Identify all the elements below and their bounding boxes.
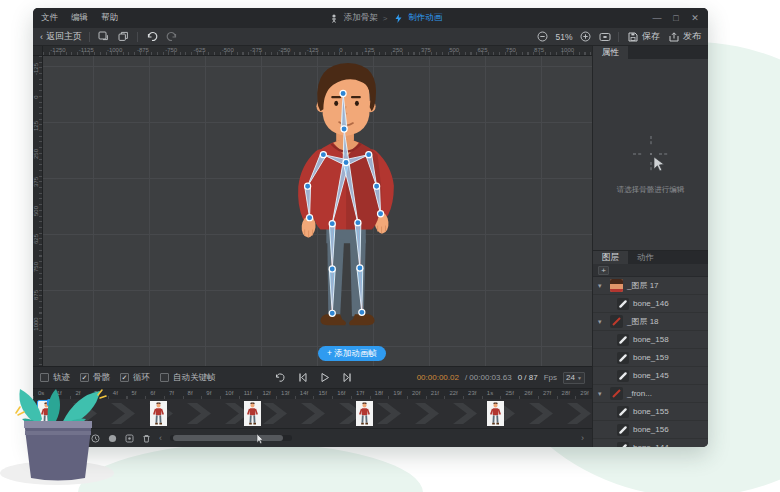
timecode-total: / 00:00:03.63 (465, 373, 512, 382)
zoom-in-icon[interactable] (579, 30, 592, 43)
zoom-out-icon[interactable] (536, 30, 549, 43)
layer-group-row[interactable]: ▾ _图层 18 (593, 313, 708, 331)
timeline-ruler[interactable]: 0s1f2f3f4f5f6f7f8f9f10f11f12f13f14f15f16… (33, 388, 592, 399)
previous-frame-icon[interactable] (297, 372, 308, 383)
collapse-arrow-icon[interactable]: ▾ (598, 318, 606, 326)
horizontal-ruler: -1250-1125-1000-875-750-625-500-375-250-… (43, 46, 592, 56)
fps-dropdown[interactable]: 24 ▼ (563, 372, 585, 384)
tab-layers[interactable]: 图层 (593, 251, 628, 264)
layer-bone-row[interactable]: bone_145 (593, 367, 708, 385)
toolbar-divider (618, 32, 619, 42)
timeline-tick-label: 23f (468, 390, 476, 396)
step-add-skeleton[interactable]: 添加骨架 (328, 12, 378, 25)
publish-button[interactable]: 发布 (667, 30, 701, 43)
timeline-tick-label: 27f (543, 390, 551, 396)
scroll-left-arrow[interactable]: ‹ (159, 433, 162, 443)
bone-joint[interactable] (305, 183, 311, 189)
stage-canvas[interactable]: + 添加动画帧 (43, 56, 592, 366)
keyframe-thumbnail-frame-11[interactable] (244, 401, 261, 426)
bone-joint[interactable] (320, 152, 326, 158)
bone-joint[interactable] (357, 265, 363, 271)
layer-bone-row[interactable]: bone_144 (593, 439, 708, 447)
layer-group-row[interactable]: ▾ _fron... (593, 385, 708, 403)
timeline-scrollbar[interactable] (170, 435, 292, 441)
restart-icon[interactable] (274, 372, 285, 383)
trash-icon[interactable] (142, 434, 151, 443)
ruler-tick-label: 250 (393, 47, 403, 53)
maximize-button[interactable]: □ (671, 13, 681, 23)
bone-joint[interactable] (359, 309, 365, 315)
layers-list: ▾_图层 17 bone_146▾ _图层 18 bone_158 bone_1… (593, 277, 708, 447)
bone-joint[interactable] (307, 215, 313, 221)
menu-edit[interactable]: 编辑 (71, 12, 88, 24)
layer-bone-row[interactable]: bone_146 (593, 295, 708, 313)
ruler-tick-label: -375 (250, 47, 262, 53)
layer-bone-row[interactable]: bone_155 (593, 403, 708, 421)
scroll-right-arrow[interactable]: › (581, 433, 584, 443)
keyframe-thumbnail-frame-24[interactable] (487, 401, 504, 426)
collapse-arrow-icon[interactable]: ▾ (598, 282, 606, 290)
ruler-tick-label: -500 (222, 47, 234, 53)
keyframe-track[interactable] (33, 399, 592, 428)
layer-label: bone_146 (633, 299, 669, 308)
bone-joint[interactable] (341, 126, 347, 132)
layer-label: _图层 18 (627, 316, 659, 327)
add-animation-frame-button[interactable]: + 添加动画帧 (318, 346, 386, 361)
layer-label: bone_145 (633, 371, 669, 380)
close-button[interactable]: ✕ (690, 13, 700, 23)
minimize-button[interactable]: — (652, 13, 662, 23)
play-icon[interactable] (320, 372, 330, 383)
snapshot-icon[interactable] (125, 434, 134, 443)
bone-joint[interactable] (355, 220, 361, 226)
bone-joint[interactable] (329, 221, 335, 227)
bone-joint[interactable] (329, 310, 335, 316)
fit-screen-icon[interactable] (598, 30, 611, 43)
toggle-自动关键帧[interactable]: 自动关键帧 (160, 372, 216, 384)
menu-help[interactable]: 帮助 (101, 12, 118, 24)
ruler-tick-label: -125 (307, 47, 319, 53)
ruler-tick-label: 750 (506, 47, 516, 53)
keyframe-thumbnail-frame-17[interactable] (356, 401, 373, 426)
bone-joint[interactable] (366, 152, 372, 158)
bone-joint[interactable] (329, 266, 335, 272)
rigged-character[interactable] (270, 60, 430, 336)
toggle-label: 循环 (133, 372, 150, 384)
timeline-tick-label: 16f (337, 390, 345, 396)
layer-bone-row[interactable]: bone_159 (593, 349, 708, 367)
back-home-label: 返回主页 (46, 30, 82, 43)
checkbox-unchecked[interactable] (160, 373, 169, 382)
undo-icon[interactable] (145, 30, 158, 43)
timeline-tick-label: 22f (449, 390, 457, 396)
save-button[interactable]: 保存 (626, 30, 660, 43)
keyframe-thumbnail-frame-6[interactable] (150, 401, 167, 426)
toggle-循环[interactable]: ✓循环 (120, 372, 150, 384)
tab-actions[interactable]: 动作 (628, 251, 663, 264)
tab-properties[interactable]: 属性 (593, 46, 628, 59)
chevron-decoration (567, 403, 591, 424)
step-add-skeleton-label: 添加骨架 (344, 12, 378, 24)
redo-icon[interactable] (165, 30, 178, 43)
collapse-arrow-icon[interactable]: ▾ (598, 390, 606, 398)
scrollbar-thumb[interactable] (173, 435, 283, 441)
bone-joint[interactable] (343, 159, 349, 165)
duplicate-icon[interactable] (117, 30, 130, 43)
app-window: 文件 编辑 帮助 添加骨架 > 制作动画 — □ ✕ (33, 8, 708, 447)
layer-group-row[interactable]: ▾_图层 17 (593, 277, 708, 295)
layer-bone-row[interactable]: bone_156 (593, 421, 708, 439)
timeline-tick-label: 5f (132, 390, 137, 396)
step-make-animation[interactable]: 制作动画 (392, 12, 442, 25)
timeline-tick-label: 10f (225, 390, 233, 396)
copy-frame-icon[interactable] (97, 30, 110, 43)
layer-bone-row[interactable]: bone_158 (593, 331, 708, 349)
menu-file[interactable]: 文件 (41, 12, 58, 24)
add-layer-button[interactable]: + (598, 266, 609, 275)
layer-label: _fron... (627, 389, 652, 398)
next-frame-icon[interactable] (342, 372, 353, 383)
ruler-tick-label: 625 (33, 232, 39, 246)
bone-joint[interactable] (378, 211, 384, 217)
bone-joint[interactable] (374, 183, 380, 189)
title-bar: 文件 编辑 帮助 添加骨架 > 制作动画 — □ ✕ (33, 8, 708, 28)
bone-joint[interactable] (340, 90, 346, 96)
back-home-button[interactable]: ‹ 返回主页 (40, 30, 82, 43)
checkbox-checked[interactable]: ✓ (120, 373, 129, 382)
